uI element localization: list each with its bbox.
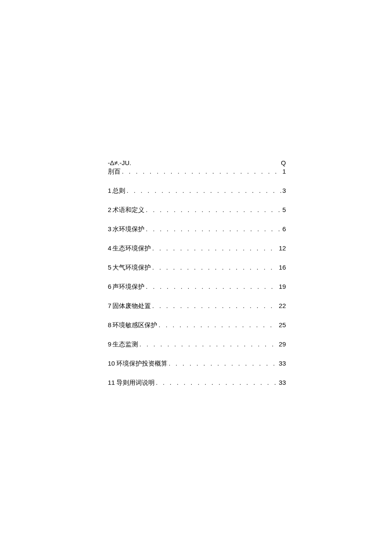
toc-page: -Δ≠.-JU. Q 刖百 . . . . . . . . . . . . . … [108,159,286,387]
toc-page-num: 6 [282,225,286,233]
toc-label: 1总则 [108,186,125,195]
toc-entry: 4生态环境保护 . . . . . . . . . . . . . . . . … [108,244,286,253]
toc-dots: . . . . . . . . . . . . . . . . . . . . … [152,263,277,272]
toc-label: 10环境保护投资概算 [108,359,167,368]
toc-label: 5大气环境保护 [108,263,151,272]
toc-dots: . . . . . . . . . . . . . . . . . . . . … [169,359,278,368]
toc-dots: . . . . . . . . . . . . . . . . . . . . … [146,206,281,214]
toc-entry: 6声环境保护 . . . . . . . . . . . . . . . . .… [108,282,286,291]
toc-dots: . . . . . . . . . . . . . . . . . . . . … [146,282,277,291]
toc-entry: 11导则用词说明 . . . . . . . . . . . . . . . .… [108,378,286,387]
toc-page-num: 12 [279,244,286,253]
toc-entry: 5大气环境保护 . . . . . . . . . . . . . . . . … [108,263,286,272]
toc-label: 3水环境保护 [108,225,144,233]
toc-dots: . . . . . . . . . . . . . . . . . . . . … [156,378,278,387]
toc-page-num: 33 [279,378,286,387]
toc-page-num: 22 [279,302,286,310]
toc-page-num: 1 [282,167,286,176]
toc-page-num: 19 [279,282,286,291]
toc-label: 4生态环境保护 [108,244,151,253]
toc-entry: 刖百 . . . . . . . . . . . . . . . . . . .… [108,167,286,176]
toc-dots: . . . . . . . . . . . . . . . . . . . . … [152,244,277,253]
header-left: -Δ≠.-JU. [108,159,131,167]
toc-entry: 2术语和定义 . . . . . . . . . . . . . . . . .… [108,206,286,214]
toc-page-num: 5 [282,206,286,214]
toc-page-num: 16 [279,263,286,272]
toc-dots: . . . . . . . . . . . . . . . . . . . . … [152,302,277,310]
toc-entry: 3水环境保护 . . . . . . . . . . . . . . . . .… [108,225,286,233]
toc-label: 8环境敏感区保护 [108,321,157,329]
header-symbols: -Δ≠.-JU. Q [108,159,286,167]
toc-label: 11导则用词说明 [108,378,155,387]
toc-entry: 8环境敏感区保护 . . . . . . . . . . . . . . . .… [108,321,286,329]
toc-dots: . . . . . . . . . . . . . . . . . . . . … [127,186,281,195]
toc-page-num: 33 [279,359,286,368]
toc-page-num: 3 [282,186,286,195]
toc-dots: . . . . . . . . . . . . . . . . . . . . … [159,321,277,329]
toc-label: 9生态监测 [108,340,138,349]
toc-label: 7固体废物处置 [108,302,151,310]
toc-label: 2术语和定义 [108,206,144,214]
toc-entry: 7固体废物处置 . . . . . . . . . . . . . . . . … [108,302,286,310]
toc-entry: 10环境保护投资概算 . . . . . . . . . . . . . . .… [108,359,286,368]
header-right: Q [281,159,286,167]
toc-label: 刖百 [108,167,121,176]
toc-label: 6声环境保护 [108,282,144,291]
toc-entry: 9生态监测 . . . . . . . . . . . . . . . . . … [108,340,286,349]
toc-page-num: 25 [279,321,286,329]
toc-dots: . . . . . . . . . . . . . . . . . . . . … [122,167,281,176]
toc-entry: 1总则 . . . . . . . . . . . . . . . . . . … [108,186,286,195]
toc-page-num: 29 [279,340,286,349]
toc-dots: . . . . . . . . . . . . . . . . . . . . … [139,340,277,349]
toc-dots: . . . . . . . . . . . . . . . . . . . . … [146,225,281,233]
